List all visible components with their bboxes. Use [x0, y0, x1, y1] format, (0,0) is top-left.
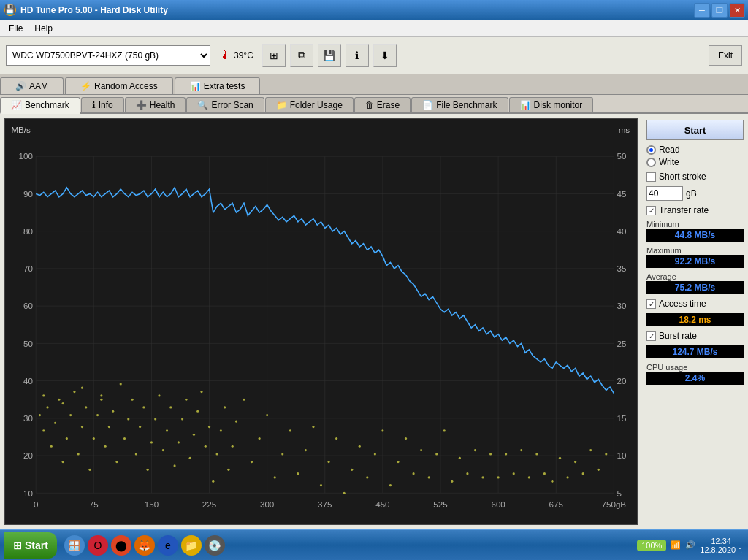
- svg-text:45: 45: [617, 189, 627, 199]
- tab-bar-bottom: 📈 Benchmark ℹ Info ➕ Health 🔍 Error Scan…: [0, 95, 748, 114]
- svg-point-94: [181, 418, 183, 420]
- svg-point-64: [81, 426, 83, 428]
- toolbar-copy-btn[interactable]: ⧉: [290, 44, 313, 67]
- tab-info[interactable]: ℹ Info: [81, 97, 124, 112]
- taskbar-windows-icon[interactable]: 🪟: [64, 535, 85, 556]
- main-content: MB/s ms: [0, 114, 748, 529]
- svg-point-118: [312, 426, 314, 428]
- restore-button[interactable]: ❐: [711, 3, 728, 18]
- svg-point-63: [77, 453, 80, 455]
- access-time-stat: 18.2 ms: [646, 313, 744, 326]
- svg-point-152: [574, 461, 576, 463]
- svg-text:5: 5: [617, 488, 622, 498]
- svg-point-86: [150, 441, 153, 443]
- short-stroke-checkbox[interactable]: [646, 172, 656, 182]
- svg-point-73: [115, 461, 118, 463]
- svg-point-107: [232, 445, 234, 448]
- svg-point-59: [62, 461, 64, 463]
- transfer-rate-row[interactable]: Transfer rate: [646, 205, 744, 215]
- start-menu-button[interactable]: ⊞ Start: [4, 532, 57, 559]
- minimize-button[interactable]: ─: [694, 3, 710, 18]
- close-button[interactable]: ✕: [729, 3, 745, 18]
- access-time-label: Access time: [659, 299, 706, 309]
- menu-file[interactable]: File: [3, 22, 28, 35]
- svg-point-119: [320, 484, 322, 486]
- short-stroke-row[interactable]: Short stroke: [646, 172, 744, 182]
- svg-point-113: [274, 476, 276, 478]
- tab-aam[interactable]: 🔊 AAM: [0, 77, 64, 94]
- toolbar-save-btn[interactable]: 💾: [318, 44, 341, 67]
- stroke-spinbox[interactable]: [646, 186, 683, 201]
- svg-text:40: 40: [23, 376, 33, 386]
- svg-point-126: [374, 453, 376, 455]
- svg-point-92: [173, 464, 175, 467]
- short-stroke-label: Short stroke: [659, 172, 706, 182]
- tab-extra-tests[interactable]: 📊 Extra tests: [175, 77, 261, 94]
- svg-point-81: [131, 399, 133, 401]
- svg-point-122: [343, 492, 346, 494]
- svg-text:0: 0: [34, 499, 39, 508]
- svg-point-65: [85, 406, 87, 408]
- svg-point-87: [154, 418, 156, 420]
- svg-text:35: 35: [617, 264, 627, 273]
- system-tray: 100% 📶 🔊 12:34 12.8.2020 г.: [631, 537, 748, 554]
- start-button[interactable]: Start: [646, 120, 744, 140]
- read-radio[interactable]: [646, 145, 656, 155]
- svg-point-114: [281, 453, 283, 455]
- toolbar-info-btn[interactable]: ℹ: [346, 44, 369, 67]
- transfer-rate-checkbox[interactable]: [646, 206, 656, 215]
- menu-help[interactable]: Help: [28, 22, 58, 35]
- minimum-stat: Minimum 44.8 MB/s: [646, 220, 744, 242]
- maximum-value: 92.2 MB/s: [646, 255, 744, 268]
- battery-indicator: 100%: [637, 540, 666, 551]
- svg-text:25: 25: [617, 339, 627, 348]
- tab-health[interactable]: ➕ Health: [125, 97, 186, 112]
- burst-rate-checkbox[interactable]: [646, 331, 656, 341]
- tab-file-benchmark[interactable]: 📄 File Benchmark: [411, 97, 508, 112]
- svg-point-141: [489, 453, 492, 455]
- tab-benchmark[interactable]: 📈 Benchmark: [0, 97, 80, 114]
- svg-text:300: 300: [260, 499, 275, 508]
- read-radio-row[interactable]: Read: [646, 145, 744, 155]
- svg-text:40: 40: [617, 226, 627, 236]
- svg-point-123: [351, 469, 353, 471]
- access-time-row[interactable]: Access time: [646, 299, 744, 309]
- drive-select[interactable]: WDC WD7500BPVT-24HXZ (750 gB): [6, 45, 210, 66]
- burst-rate-row[interactable]: Burst rate: [646, 331, 744, 341]
- network-icon: 📶: [671, 540, 681, 550]
- access-time-checkbox[interactable]: [646, 299, 656, 309]
- svg-point-70: [104, 445, 107, 448]
- taskbar-firefox-icon[interactable]: 🦊: [134, 535, 155, 556]
- maximum-label: Maximum: [646, 246, 744, 255]
- tab-folder-usage[interactable]: 📁 Folder Usage: [265, 97, 354, 112]
- tab-random-access[interactable]: ⚡ Random Access: [65, 77, 173, 94]
- exit-button[interactable]: Exit: [709, 45, 742, 66]
- tab-erase[interactable]: 🗑 Erase: [354, 97, 411, 112]
- toolbar-down-btn[interactable]: ⬇: [373, 44, 397, 67]
- burst-rate-label: Burst rate: [659, 331, 697, 341]
- svg-text:75: 75: [89, 499, 99, 508]
- svg-point-69: [100, 399, 102, 401]
- taskbar-chrome-icon[interactable]: ⬤: [111, 535, 131, 556]
- menu-bar: File Help: [0, 20, 748, 37]
- svg-point-151: [566, 476, 568, 478]
- write-radio-row[interactable]: Write: [646, 157, 744, 167]
- taskbar-hdd-icon[interactable]: 💽: [205, 535, 225, 556]
- svg-point-136: [451, 480, 453, 483]
- taskbar-folder-icon[interactable]: 📁: [181, 535, 202, 556]
- svg-point-89: [162, 449, 164, 451]
- svg-point-80: [127, 418, 129, 420]
- write-radio[interactable]: [646, 158, 656, 167]
- svg-point-68: [96, 414, 99, 416]
- taskbar-ie-icon[interactable]: e: [158, 535, 178, 556]
- tab-disk-monitor[interactable]: 📊 Disk monitor: [509, 97, 594, 112]
- taskbar-opera-icon[interactable]: O: [88, 535, 108, 556]
- title-bar-controls: ─ ❐ ✕: [694, 3, 745, 18]
- toolbar-grid-btn[interactable]: ⊞: [262, 44, 286, 67]
- cpu-usage-value: 2.4%: [646, 372, 744, 385]
- tab-error-scan[interactable]: 🔍 Error Scan: [186, 97, 264, 112]
- svg-point-132: [420, 449, 422, 451]
- svg-point-61: [69, 414, 72, 416]
- title-bar: 💾 HD Tune Pro 5.00 - Hard Disk Utility ─…: [0, 0, 748, 20]
- file-benchmark-icon: 📄: [422, 100, 433, 110]
